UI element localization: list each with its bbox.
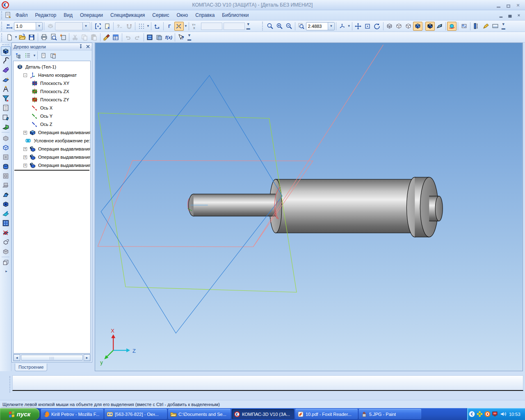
gray-square-button[interactable] (1, 152, 11, 162)
surface-ops-button[interactable] (1, 75, 11, 84)
plane-arrow-button[interactable] (1, 209, 11, 218)
mdi-restore-icon[interactable] (507, 13, 512, 17)
tree-item[interactable]: Плоскость ZY (14, 96, 90, 104)
sketch-button[interactable] (481, 22, 491, 31)
boolean-cube-button[interactable] (1, 143, 11, 152)
orientation-button[interactable] (338, 22, 347, 31)
view-toolbar-grip[interactable] (262, 22, 264, 31)
menu-5[interactable]: Спецификация (107, 11, 148, 19)
reports-button[interactable] (1, 112, 11, 122)
taskbar-task-2[interactable]: [563-376-822] - Окн... (105, 409, 167, 419)
relations-button[interactable] (48, 51, 58, 60)
minimize-icon[interactable] (495, 2, 501, 8)
menubar-grip[interactable] (1, 11, 3, 19)
scroll-thumb[interactable]: |||| (21, 355, 83, 361)
orientation-dropdown-icon[interactable]: ▼ (347, 24, 351, 28)
insert-scan-button[interactable] (58, 33, 68, 42)
start-button[interactable]: пуск (0, 408, 39, 420)
tree-item[interactable]: Плоскость ZX (14, 87, 90, 96)
cube-attach-button[interactable] (1, 237, 11, 247)
zoom-in-button[interactable] (275, 22, 284, 31)
grid-button[interactable] (137, 22, 146, 31)
document-icon[interactable] (5, 11, 12, 19)
panels-button[interactable] (491, 22, 500, 31)
help-pointer-button[interactable]: ? (176, 33, 186, 42)
layers-button[interactable] (46, 22, 55, 31)
tree-item[interactable]: Ось X (14, 104, 90, 112)
collapse-icon[interactable]: - (23, 73, 27, 77)
hide-icons-chevron-icon[interactable] (469, 411, 475, 417)
perspective-button[interactable] (435, 22, 444, 31)
menu-4[interactable]: Операции (76, 11, 107, 19)
simplifications-button[interactable] (447, 22, 457, 31)
taskbar-task-1[interactable]: Kirill Petrov - Mozilla F... (41, 409, 103, 419)
menu-2[interactable]: Редактор (32, 11, 60, 19)
library-button[interactable] (155, 33, 164, 42)
surfaces-button[interactable] (1, 65, 11, 75)
taskbar-task-4[interactable]: КОМПАС-3D V10 (ЗА... (232, 409, 294, 419)
volume-icon[interactable] (500, 411, 507, 417)
pan-button[interactable] (354, 22, 363, 31)
tab-construction[interactable]: Построение (15, 363, 47, 371)
new-document-dropdown-icon[interactable]: ▼ (14, 35, 18, 39)
expand-icon[interactable]: + (23, 147, 27, 151)
zoom-value-input[interactable] (306, 23, 328, 30)
section-list-button[interactable] (23, 51, 32, 60)
no-hidden-lines-button[interactable] (394, 22, 404, 31)
chevron-down-icon[interactable]: ▼ (36, 23, 42, 30)
toolbar-grip[interactable] (1, 22, 3, 31)
save-button[interactable] (27, 33, 37, 42)
rotate-button[interactable] (372, 22, 382, 31)
zoom-frame-button[interactable] (265, 22, 275, 31)
messenger-flower-icon[interactable] (477, 411, 483, 417)
expand-icon[interactable]: + (23, 131, 27, 135)
specification-button[interactable] (1, 103, 11, 112)
select-doc-button[interactable] (103, 22, 112, 31)
3d-viewport[interactable]: X Z y (95, 43, 523, 371)
expand-icon[interactable]: + (23, 155, 27, 159)
zoom-value-combo[interactable]: ▼ (306, 22, 335, 30)
tree-item[interactable]: Ось Z (14, 120, 90, 128)
tree-item[interactable]: +Операция выдавливания:1 (14, 128, 90, 137)
array-button[interactable] (1, 218, 11, 228)
tree-end-marker[interactable] (14, 170, 89, 171)
menu-1[interactable]: Файл (12, 11, 32, 19)
open-button[interactable] (18, 33, 27, 42)
current-step-input[interactable] (14, 23, 36, 30)
tree-item[interactable]: +Операция выдавливания:3 (14, 153, 90, 161)
new-document-button[interactable] (5, 33, 14, 42)
zoom-selection-button[interactable] (297, 22, 306, 31)
gray-cube2-button[interactable] (1, 247, 11, 256)
spatial-curves-button[interactable] (1, 56, 11, 65)
standard-grip[interactable] (1, 33, 3, 41)
toolbar-overflow-icon[interactable]: ▼▬ (247, 22, 250, 30)
display-red-icon[interactable] (492, 411, 498, 417)
fx-button[interactable]: f(x) (164, 33, 173, 42)
rounded-cube-button[interactable] (1, 162, 11, 171)
scroll-right-icon[interactable]: ► (84, 354, 90, 361)
variables-button[interactable] (145, 33, 155, 42)
edit-part-button[interactable] (1, 46, 11, 56)
snaps-dropdown-icon[interactable]: ▼ (184, 24, 187, 28)
pin-icon[interactable] (79, 44, 83, 49)
tree-item[interactable]: Ось Y (14, 112, 90, 120)
menu-6[interactable]: Сервис (148, 11, 173, 19)
taskbar-task-6[interactable]: 5.JPG - Paint (359, 409, 421, 419)
redo-button[interactable] (133, 33, 142, 42)
agent-circle-icon[interactable] (484, 411, 491, 417)
menu-3[interactable]: Вид (60, 11, 76, 19)
magnet-button[interactable] (124, 22, 134, 31)
mdi-minimize-icon[interactable] (498, 13, 503, 17)
property-bar-handle[interactable] (9, 376, 11, 393)
gray-circle-button[interactable] (1, 171, 11, 180)
scroll-left-icon[interactable]: ◄ (14, 354, 20, 361)
tree-item[interactable]: +Операция выдавливания:2 (14, 145, 90, 153)
snaps-button[interactable] (174, 22, 184, 31)
view-overflow-icon[interactable]: ▼▬ (502, 22, 505, 30)
refresh-image-button[interactable] (459, 22, 469, 31)
query-button[interactable]: ?.. (115, 22, 124, 31)
menu-8[interactable]: Справка (192, 11, 218, 19)
taskbar-task-5[interactable]: 10.pdf - Foxit Reader... (295, 409, 358, 419)
thread-op-button[interactable] (1, 228, 11, 237)
spreadsheet-button[interactable] (111, 33, 121, 42)
